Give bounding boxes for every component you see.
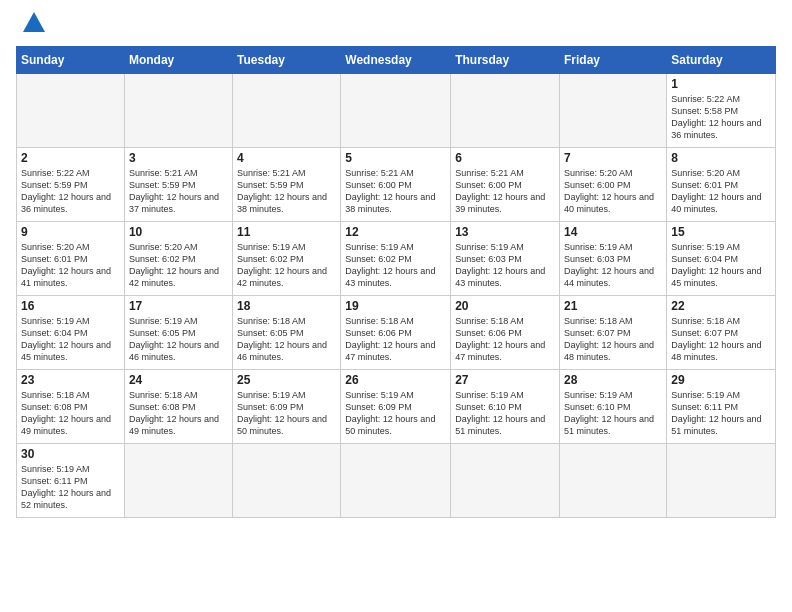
day-info: Sunrise: 5:20 AM Sunset: 6:00 PM Dayligh… — [564, 167, 662, 216]
day-number: 9 — [21, 225, 120, 239]
day-info: Sunrise: 5:18 AM Sunset: 6:05 PM Dayligh… — [237, 315, 336, 364]
day-info: Sunrise: 5:19 AM Sunset: 6:11 PM Dayligh… — [671, 389, 771, 438]
calendar-cell: 13Sunrise: 5:19 AM Sunset: 6:03 PM Dayli… — [451, 222, 560, 296]
day-number: 18 — [237, 299, 336, 313]
calendar-cell: 1Sunrise: 5:22 AM Sunset: 5:58 PM Daylig… — [667, 74, 776, 148]
day-number: 15 — [671, 225, 771, 239]
weekday-header-monday: Monday — [124, 47, 232, 74]
calendar-week-row: 9Sunrise: 5:20 AM Sunset: 6:01 PM Daylig… — [17, 222, 776, 296]
day-number: 1 — [671, 77, 771, 91]
calendar-cell — [233, 444, 341, 518]
weekday-header-wednesday: Wednesday — [341, 47, 451, 74]
calendar-cell — [124, 444, 232, 518]
day-number: 23 — [21, 373, 120, 387]
day-number: 6 — [455, 151, 555, 165]
day-info: Sunrise: 5:18 AM Sunset: 6:08 PM Dayligh… — [129, 389, 228, 438]
calendar-cell: 21Sunrise: 5:18 AM Sunset: 6:07 PM Dayli… — [560, 296, 667, 370]
calendar-cell: 25Sunrise: 5:19 AM Sunset: 6:09 PM Dayli… — [233, 370, 341, 444]
day-number: 11 — [237, 225, 336, 239]
weekday-header-thursday: Thursday — [451, 47, 560, 74]
calendar-cell: 16Sunrise: 5:19 AM Sunset: 6:04 PM Dayli… — [17, 296, 125, 370]
calendar-cell: 14Sunrise: 5:19 AM Sunset: 6:03 PM Dayli… — [560, 222, 667, 296]
calendar-cell — [124, 74, 232, 148]
day-info: Sunrise: 5:19 AM Sunset: 6:10 PM Dayligh… — [455, 389, 555, 438]
calendar-cell: 6Sunrise: 5:21 AM Sunset: 6:00 PM Daylig… — [451, 148, 560, 222]
day-number: 10 — [129, 225, 228, 239]
weekday-header-saturday: Saturday — [667, 47, 776, 74]
day-info: Sunrise: 5:19 AM Sunset: 6:11 PM Dayligh… — [21, 463, 120, 512]
calendar-week-row: 2Sunrise: 5:22 AM Sunset: 5:59 PM Daylig… — [17, 148, 776, 222]
calendar-cell: 19Sunrise: 5:18 AM Sunset: 6:06 PM Dayli… — [341, 296, 451, 370]
calendar-cell: 27Sunrise: 5:19 AM Sunset: 6:10 PM Dayli… — [451, 370, 560, 444]
calendar-cell — [17, 74, 125, 148]
calendar-cell: 11Sunrise: 5:19 AM Sunset: 6:02 PM Dayli… — [233, 222, 341, 296]
day-info: Sunrise: 5:19 AM Sunset: 6:10 PM Dayligh… — [564, 389, 662, 438]
calendar-cell: 9Sunrise: 5:20 AM Sunset: 6:01 PM Daylig… — [17, 222, 125, 296]
calendar-week-row: 30Sunrise: 5:19 AM Sunset: 6:11 PM Dayli… — [17, 444, 776, 518]
calendar-cell: 4Sunrise: 5:21 AM Sunset: 5:59 PM Daylig… — [233, 148, 341, 222]
day-info: Sunrise: 5:18 AM Sunset: 6:08 PM Dayligh… — [21, 389, 120, 438]
day-info: Sunrise: 5:18 AM Sunset: 6:06 PM Dayligh… — [345, 315, 446, 364]
day-info: Sunrise: 5:22 AM Sunset: 5:58 PM Dayligh… — [671, 93, 771, 142]
day-number: 26 — [345, 373, 446, 387]
day-info: Sunrise: 5:19 AM Sunset: 6:05 PM Dayligh… — [129, 315, 228, 364]
day-number: 20 — [455, 299, 555, 313]
calendar-cell: 23Sunrise: 5:18 AM Sunset: 6:08 PM Dayli… — [17, 370, 125, 444]
calendar-week-row: 1Sunrise: 5:22 AM Sunset: 5:58 PM Daylig… — [17, 74, 776, 148]
calendar-cell — [451, 74, 560, 148]
day-number: 16 — [21, 299, 120, 313]
day-info: Sunrise: 5:19 AM Sunset: 6:03 PM Dayligh… — [564, 241, 662, 290]
day-info: Sunrise: 5:19 AM Sunset: 6:04 PM Dayligh… — [21, 315, 120, 364]
day-info: Sunrise: 5:21 AM Sunset: 5:59 PM Dayligh… — [237, 167, 336, 216]
calendar-cell — [451, 444, 560, 518]
day-number: 30 — [21, 447, 120, 461]
day-info: Sunrise: 5:18 AM Sunset: 6:07 PM Dayligh… — [564, 315, 662, 364]
calendar-cell: 17Sunrise: 5:19 AM Sunset: 6:05 PM Dayli… — [124, 296, 232, 370]
day-info: Sunrise: 5:22 AM Sunset: 5:59 PM Dayligh… — [21, 167, 120, 216]
day-info: Sunrise: 5:20 AM Sunset: 6:02 PM Dayligh… — [129, 241, 228, 290]
day-info: Sunrise: 5:21 AM Sunset: 6:00 PM Dayligh… — [345, 167, 446, 216]
day-info: Sunrise: 5:19 AM Sunset: 6:02 PM Dayligh… — [345, 241, 446, 290]
weekday-header-tuesday: Tuesday — [233, 47, 341, 74]
day-info: Sunrise: 5:19 AM Sunset: 6:09 PM Dayligh… — [345, 389, 446, 438]
calendar-cell — [560, 444, 667, 518]
weekday-header-friday: Friday — [560, 47, 667, 74]
weekday-header-sunday: Sunday — [17, 47, 125, 74]
header — [16, 16, 776, 36]
calendar-cell — [667, 444, 776, 518]
weekday-header-row: SundayMondayTuesdayWednesdayThursdayFrid… — [17, 47, 776, 74]
calendar-week-row: 16Sunrise: 5:19 AM Sunset: 6:04 PM Dayli… — [17, 296, 776, 370]
calendar-cell: 30Sunrise: 5:19 AM Sunset: 6:11 PM Dayli… — [17, 444, 125, 518]
day-info: Sunrise: 5:19 AM Sunset: 6:03 PM Dayligh… — [455, 241, 555, 290]
day-number: 24 — [129, 373, 228, 387]
day-number: 14 — [564, 225, 662, 239]
day-info: Sunrise: 5:19 AM Sunset: 6:09 PM Dayligh… — [237, 389, 336, 438]
day-info: Sunrise: 5:20 AM Sunset: 6:01 PM Dayligh… — [21, 241, 120, 290]
day-number: 8 — [671, 151, 771, 165]
day-number: 22 — [671, 299, 771, 313]
logo — [16, 16, 45, 36]
calendar-cell: 8Sunrise: 5:20 AM Sunset: 6:01 PM Daylig… — [667, 148, 776, 222]
day-number: 13 — [455, 225, 555, 239]
calendar-cell: 28Sunrise: 5:19 AM Sunset: 6:10 PM Dayli… — [560, 370, 667, 444]
calendar-cell — [341, 74, 451, 148]
calendar-cell: 5Sunrise: 5:21 AM Sunset: 6:00 PM Daylig… — [341, 148, 451, 222]
calendar-table: SundayMondayTuesdayWednesdayThursdayFrid… — [16, 46, 776, 518]
day-number: 12 — [345, 225, 446, 239]
day-number: 27 — [455, 373, 555, 387]
day-number: 21 — [564, 299, 662, 313]
day-info: Sunrise: 5:20 AM Sunset: 6:01 PM Dayligh… — [671, 167, 771, 216]
calendar-cell: 2Sunrise: 5:22 AM Sunset: 5:59 PM Daylig… — [17, 148, 125, 222]
day-number: 5 — [345, 151, 446, 165]
day-number: 3 — [129, 151, 228, 165]
calendar-cell: 20Sunrise: 5:18 AM Sunset: 6:06 PM Dayli… — [451, 296, 560, 370]
calendar-week-row: 23Sunrise: 5:18 AM Sunset: 6:08 PM Dayli… — [17, 370, 776, 444]
day-number: 25 — [237, 373, 336, 387]
day-number: 2 — [21, 151, 120, 165]
calendar-cell: 7Sunrise: 5:20 AM Sunset: 6:00 PM Daylig… — [560, 148, 667, 222]
day-info: Sunrise: 5:18 AM Sunset: 6:06 PM Dayligh… — [455, 315, 555, 364]
calendar-cell: 10Sunrise: 5:20 AM Sunset: 6:02 PM Dayli… — [124, 222, 232, 296]
day-info: Sunrise: 5:19 AM Sunset: 6:04 PM Dayligh… — [671, 241, 771, 290]
day-number: 17 — [129, 299, 228, 313]
calendar-cell: 29Sunrise: 5:19 AM Sunset: 6:11 PM Dayli… — [667, 370, 776, 444]
